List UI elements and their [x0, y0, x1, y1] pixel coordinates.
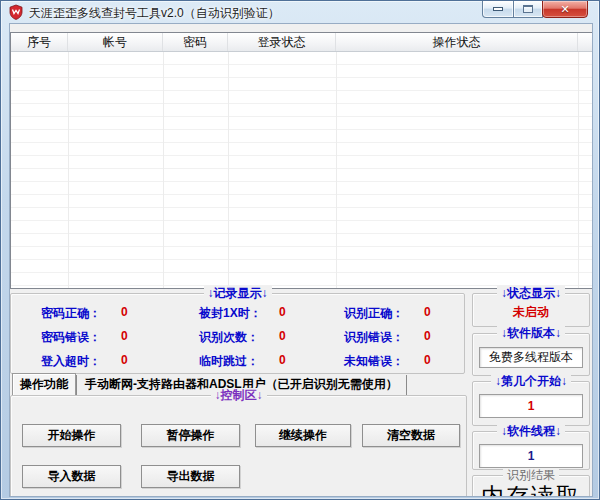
- account-table[interactable]: 序号 帐号 密码 登录状态 操作状态: [10, 32, 593, 289]
- close-button[interactable]: ✕: [542, 0, 588, 18]
- stat-item: 登入超时：0: [41, 353, 199, 369]
- minimize-button[interactable]: [482, 0, 514, 18]
- stat-value: 0: [424, 305, 431, 321]
- stat-label: 密码正确：: [41, 305, 121, 321]
- export-data-button[interactable]: 导出数据: [141, 465, 240, 488]
- stat-item: 识别错误：0: [344, 329, 464, 345]
- titlebar[interactable]: 天涯歪歪多线查封号工具v2.0（自动识别验证） ✕: [1, 1, 599, 23]
- record-display-title: ↓记录显示↓: [204, 286, 272, 300]
- thread-count-group: ↓软件线程↓: [472, 431, 590, 470]
- window-title: 天涯歪歪多线查封号工具v2.0（自动识别验证）: [29, 5, 280, 22]
- stats-grid: 密码正确：0 被封1X时：0 识别正确：0 密码错误：0 识别次数：0 识别错误…: [11, 294, 464, 369]
- table-header: 序号 帐号 密码 登录状态 操作状态: [11, 33, 592, 52]
- client-area: 序号 帐号 密码 登录状态 操作状态 ↓记录显示↓ 密码正确：0 被封1X时：0…: [9, 23, 593, 497]
- thread-count-input[interactable]: [479, 444, 583, 468]
- maximize-icon: [523, 5, 533, 13]
- column-header-password[interactable]: 密码: [163, 33, 228, 51]
- stat-label: 未知错误：: [344, 353, 424, 369]
- stat-item: 识别正确：0: [344, 305, 464, 321]
- import-data-button[interactable]: 导入数据: [22, 465, 121, 488]
- column-header-filler: [578, 33, 592, 51]
- recognition-result-group: 识别结果 内存读取: [472, 475, 590, 497]
- status-display-title: ↓状态显示↓: [497, 286, 565, 300]
- stat-value: 0: [121, 353, 128, 369]
- start-index-group: ↓第几个开始↓: [472, 381, 590, 426]
- column-header-login-status[interactable]: 登录状态: [228, 33, 336, 51]
- column-header-operation-status[interactable]: 操作状态: [336, 33, 578, 51]
- window-controls: ✕: [483, 0, 588, 18]
- stat-value: 0: [279, 353, 286, 369]
- close-icon: ✕: [560, 4, 569, 15]
- stat-label: 临时跳过：: [199, 353, 279, 369]
- start-index-title: ↓第几个开始↓: [491, 374, 571, 388]
- recognition-result-title: 识别结果: [503, 468, 559, 482]
- stat-item: 识别次数：0: [199, 329, 344, 345]
- start-button[interactable]: 开始操作: [22, 424, 121, 447]
- stat-label: 登入超时：: [41, 353, 121, 369]
- stat-value: 0: [279, 305, 286, 321]
- recognition-result-value: 内存读取: [473, 481, 589, 497]
- software-version-group: ↓软件版本↓ 免费多线程版本: [472, 333, 590, 376]
- thread-count-title: ↓软件线程↓: [497, 424, 565, 438]
- status-display-group: ↓状态显示↓ 未启动: [472, 293, 590, 327]
- continue-button[interactable]: 继续操作: [255, 424, 351, 447]
- stat-label: 识别次数：: [199, 329, 279, 345]
- column-header-account[interactable]: 帐号: [68, 33, 163, 51]
- stat-item: 密码错误：0: [41, 329, 199, 345]
- stat-item: 被封1X时：0: [199, 305, 344, 321]
- record-display-group: ↓记录显示↓ 密码正确：0 被封1X时：0 识别正确：0 密码错误：0 识别次数…: [10, 293, 465, 374]
- status-value: 未启动: [473, 304, 589, 321]
- stat-value: 0: [121, 305, 128, 321]
- stat-value: 0: [121, 329, 128, 345]
- clear-data-button[interactable]: 清空数据: [362, 424, 460, 447]
- stat-value: 0: [424, 329, 431, 345]
- control-area-group: ↓控制区↓ 开始操作 暂停操作 继续操作 清空数据 导入数据 导出数据: [10, 395, 467, 497]
- stat-item: 密码正确：0: [41, 305, 199, 321]
- stat-label: 被封1X时：: [199, 305, 279, 321]
- maximize-button[interactable]: [513, 0, 543, 18]
- tab-operation[interactable]: 操作功能: [12, 373, 76, 396]
- control-area-title: ↓控制区↓: [211, 388, 267, 402]
- stat-label: 识别正确：: [344, 305, 424, 321]
- minimize-icon: [493, 7, 503, 11]
- app-window: 天涯歪歪多线查封号工具v2.0（自动识别验证） ✕ 序号 帐号 密码 登录状态 …: [0, 0, 600, 500]
- stat-label: 识别错误：: [344, 329, 424, 345]
- software-version-title: ↓软件版本↓: [497, 326, 565, 340]
- stat-value: 0: [279, 329, 286, 345]
- stat-item: 未知错误：0: [344, 353, 464, 369]
- stat-item: 临时跳过：0: [199, 353, 344, 369]
- column-header-index[interactable]: 序号: [11, 33, 68, 51]
- stat-label: 密码错误：: [41, 329, 121, 345]
- shield-icon: [8, 4, 24, 20]
- start-index-input[interactable]: [479, 394, 583, 418]
- stat-value: 0: [424, 353, 431, 369]
- version-box: 免费多线程版本: [479, 347, 583, 368]
- pause-button[interactable]: 暂停操作: [141, 424, 240, 447]
- table-body-empty[interactable]: [11, 52, 592, 288]
- tab-bar: 操作功能 手动断网-支持路由器和ADSL用户（已开启识别无需使用）: [12, 377, 407, 396]
